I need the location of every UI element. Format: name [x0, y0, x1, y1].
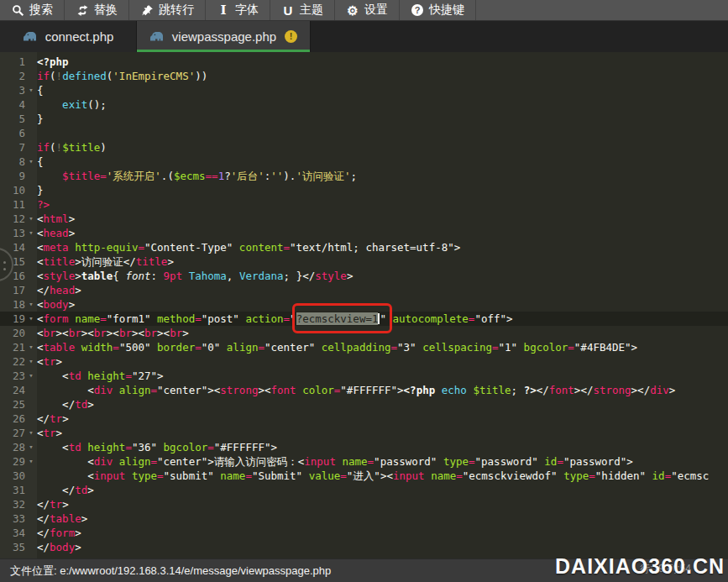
fold-arrow-icon[interactable]: ▾ — [25, 369, 37, 383]
menu-bar: 搜索替换跳转行I字体U主题⚙设置?快捷键 — [0, 0, 728, 21]
code-text: <meta http-equiv="Content-Type" content=… — [37, 240, 460, 254]
line-number: 9 — [0, 169, 25, 183]
menu-item-hotkeys[interactable]: ?快捷键 — [400, 0, 476, 20]
code-text: <style>table{ font: 9pt Tahoma, Verdana;… — [37, 269, 353, 283]
line-number: 28 — [0, 440, 25, 454]
fold-arrow-icon[interactable]: ▾ — [25, 226, 37, 240]
code-line-33[interactable]: 33</table> — [0, 511, 728, 526]
code-text: <td height="27"> — [37, 369, 164, 383]
fold-arrow-icon[interactable]: ▾ — [25, 440, 37, 454]
code-line-8[interactable]: 8▾{ — [0, 155, 728, 169]
line-number: 21 — [0, 340, 25, 354]
fold-arrow-icon[interactable]: ▾ — [25, 155, 37, 169]
menu-item-settings[interactable]: ⚙设置 — [335, 0, 400, 20]
line-number: 4 — [0, 97, 25, 112]
code-line-20[interactable]: 20<br><br><br><br><br><br> — [0, 326, 728, 340]
fold-arrow-icon[interactable]: ▾ — [25, 297, 37, 312]
code-line-34[interactable]: 34</form> — [0, 526, 728, 540]
code-line-12[interactable]: 12▾<html> — [0, 212, 728, 226]
fold-arrow-icon[interactable]: ▾ — [25, 340, 37, 354]
line-number: 3 — [0, 83, 25, 97]
menu-item-theme[interactable]: U主题 — [270, 0, 335, 20]
fold-arrow-icon[interactable]: ▾ — [25, 454, 37, 469]
line-number: 18 — [0, 297, 25, 312]
fold-arrow-icon[interactable]: ▾ — [25, 426, 37, 440]
code-line-31[interactable]: 31 </td> — [0, 483, 728, 497]
code-line-24[interactable]: 24 <div align="center"><strong><font col… — [0, 383, 728, 397]
code-line-13[interactable]: 13▾<head> — [0, 226, 728, 240]
code-text: <?php — [37, 55, 69, 69]
code-line-28[interactable]: 28▾ <td height="36" bgcolor="#FFFFFF"> — [0, 440, 728, 454]
code-line-35[interactable]: 35</body> — [0, 540, 728, 554]
code-text: <tr> — [37, 354, 62, 369]
menu-item-goto-line[interactable]: 跳转行 — [129, 0, 206, 20]
menu-item-replace[interactable]: 替换 — [65, 0, 129, 20]
tab-connect[interactable]: connect.php — [0, 21, 137, 52]
code-line-21[interactable]: 21▾<table width="500" border="0" align="… — [0, 340, 728, 354]
php-elephant-icon — [23, 29, 37, 44]
code-line-25[interactable]: 25 </td> — [0, 397, 728, 412]
line-number: 8 — [0, 155, 25, 169]
code-text: <tr> — [37, 426, 62, 440]
watermark-text: DAIXIAO360.CN — [555, 554, 725, 579]
code-text: <form name="form1" method="post" action=… — [37, 312, 513, 326]
fold-arrow-icon[interactable]: ▾ — [25, 354, 37, 369]
code-text: <body> — [37, 297, 75, 312]
code-text: <div align="center"><strong><font color=… — [37, 383, 675, 397]
fold-arrow-icon[interactable]: ▾ — [25, 212, 37, 226]
code-line-30[interactable]: 30 <input type="submit" name="Submit" va… — [0, 469, 728, 483]
code-line-11[interactable]: 11?> — [0, 197, 728, 212]
tab-viewpasspage[interactable]: viewpasspage.php! — [137, 21, 311, 52]
editor-pane[interactable]: 1<?php2if(!defined('InEmpireCMS'))3▾{4 e… — [0, 52, 728, 558]
code-line-19[interactable]: 19▾<form name="form1" method="post" acti… — [0, 312, 728, 326]
line-number: 27 — [0, 426, 25, 440]
line-number: 5 — [0, 112, 25, 126]
code-line-7[interactable]: 7if(!$title) — [0, 140, 728, 155]
code-line-32[interactable]: 32</tr> — [0, 497, 728, 511]
menu-item-font[interactable]: I字体 — [206, 0, 270, 20]
code-line-15[interactable]: 15<title>访问验证</title> — [0, 254, 728, 269]
code-line-26[interactable]: 26</tr> — [0, 412, 728, 426]
line-number: 6 — [0, 126, 25, 140]
code-line-4[interactable]: 4 exit(); — [0, 97, 728, 112]
code-text: exit(); — [37, 97, 107, 112]
code-text: </table> — [37, 511, 87, 526]
line-number: 34 — [0, 526, 25, 540]
line-number: 23 — [0, 369, 25, 383]
code-line-14[interactable]: 14<meta http-equiv="Content-Type" conten… — [0, 240, 728, 254]
line-number: 31 — [0, 483, 25, 497]
code-text: </tr> — [37, 412, 69, 426]
code-text: <html> — [37, 212, 75, 226]
code-line-1[interactable]: 1<?php — [0, 55, 728, 69]
line-number: 26 — [0, 412, 25, 426]
code-line-6[interactable]: 6 — [0, 126, 728, 140]
code-line-2[interactable]: 2if(!defined('InEmpireCMS')) — [0, 69, 728, 83]
code-line-16[interactable]: 16<style>table{ font: 9pt Tahoma, Verdan… — [0, 269, 728, 283]
code-line-27[interactable]: 27▾<tr> — [0, 426, 728, 440]
tab-bar: connect.phpviewpasspage.php! — [0, 21, 728, 52]
code-line-3[interactable]: 3▾{ — [0, 83, 728, 97]
code-line-17[interactable]: 17</head> — [0, 283, 728, 297]
code-line-22[interactable]: 22▾<tr> — [0, 354, 728, 369]
code-text: </head> — [37, 283, 81, 297]
line-number: 33 — [0, 511, 25, 526]
code-text: <head> — [37, 226, 75, 240]
code-text: <table width="500" border="0" align="cen… — [37, 340, 637, 354]
code-line-29[interactable]: 29▾ <div align="center">请输入访问密码：<input n… — [0, 454, 728, 469]
code-line-23[interactable]: 23▾ <td height="27"> — [0, 369, 728, 383]
code-line-5[interactable]: 5} — [0, 112, 728, 126]
code-line-9[interactable]: 9 $title='系统开启'.($ecms==1?'后台':'').'访问验证… — [0, 169, 728, 183]
code-line-10[interactable]: 10} — [0, 183, 728, 197]
fold-arrow-icon[interactable]: ▾ — [25, 83, 37, 97]
file-location-text: 文件位置: e:/wwwroot/192.168.3.14/e/message/… — [10, 564, 331, 579]
search-icon — [11, 3, 24, 17]
line-number: 1 — [0, 55, 25, 69]
line-number: 17 — [0, 283, 25, 297]
gear-icon: ⚙ — [346, 3, 359, 17]
line-number: 30 — [0, 469, 25, 483]
code-text: <td height="36" bgcolor="#FFFFFF"> — [37, 440, 277, 454]
menu-item-search[interactable]: 搜索 — [0, 0, 65, 20]
fold-arrow-icon[interactable]: ▾ — [25, 312, 37, 326]
line-number: 25 — [0, 397, 25, 412]
code-text: </td> — [37, 483, 94, 497]
